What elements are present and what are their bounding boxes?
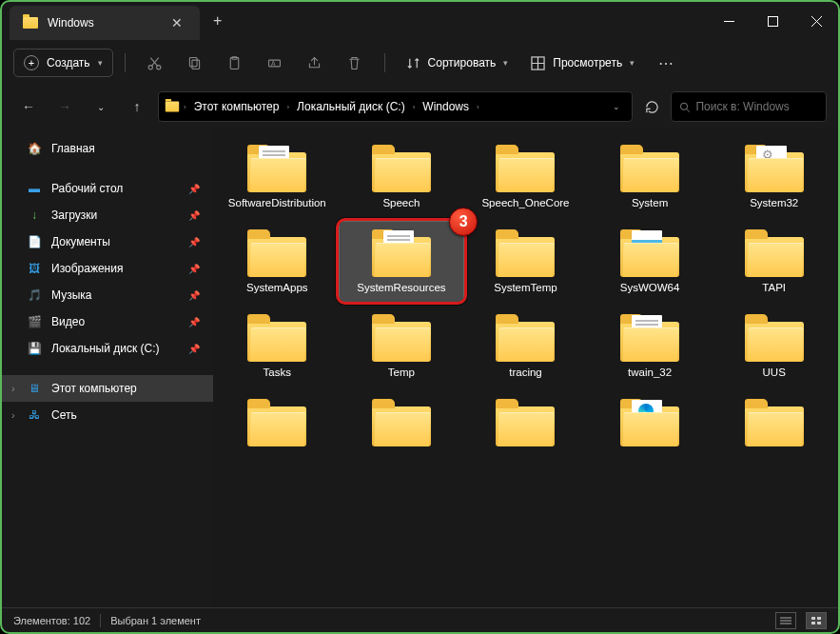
titlebar: Windows ✕ +	[2, 2, 838, 40]
svg-point-5	[157, 65, 161, 69]
folder-label: Tasks	[264, 366, 291, 380]
cut-icon[interactable]	[137, 46, 173, 80]
folder-icon	[496, 314, 555, 362]
chevron-icon[interactable]: ›	[411, 103, 418, 111]
folder-item[interactable]: SystemApps	[215, 222, 340, 303]
folder-icon	[247, 229, 306, 277]
path-cdrive[interactable]: Локальный диск (C:)	[293, 98, 409, 115]
copy-icon[interactable]	[177, 46, 213, 80]
folder-icon	[247, 145, 306, 192]
picture-icon: 🖼	[27, 261, 42, 276]
history-button[interactable]: ⌄	[86, 91, 116, 122]
sidebar-label: Музыка	[51, 288, 91, 302]
forward-button[interactable]: →	[49, 91, 80, 122]
svg-point-17	[680, 103, 687, 109]
folder-item[interactable]: SystemResources	[340, 222, 464, 303]
chevron-icon[interactable]: ›	[475, 103, 481, 111]
folder-icon	[496, 399, 555, 446]
folder-item[interactable]: System32	[712, 137, 836, 218]
separator	[100, 614, 101, 627]
folder-icon	[372, 399, 431, 446]
sidebar-desktop[interactable]: ▬Рабочий стол📌	[2, 175, 213, 202]
path-thispc[interactable]: Этот компьютер	[190, 98, 283, 115]
status-selected: Выбран 1 элемент	[110, 615, 201, 626]
folder-item[interactable]: Speech	[340, 137, 464, 218]
svg-line-18	[687, 109, 690, 111]
sidebar-documents[interactable]: 📄Документы📌	[2, 228, 213, 255]
folder-icon	[372, 145, 431, 192]
nav-row: ← → ⌄ ↑ › Этот компьютер › Локальный дис…	[2, 86, 838, 128]
window-controls	[707, 2, 838, 40]
close-tab-icon[interactable]: ✕	[167, 15, 186, 30]
folder-icon	[620, 399, 679, 446]
sort-icon	[406, 56, 420, 70]
folder-item[interactable]: System	[588, 137, 713, 218]
folder-label: UUS	[763, 366, 786, 380]
up-button[interactable]: ↑	[122, 91, 152, 122]
close-button[interactable]	[794, 2, 838, 40]
folder-icon	[745, 314, 804, 362]
sort-label: Сортировать	[428, 56, 497, 69]
svg-rect-1	[768, 16, 777, 26]
folder-item[interactable]	[588, 391, 713, 458]
sidebar-music[interactable]: 🎵Музыка📌	[2, 282, 213, 308]
folder-item[interactable]: twain_32	[588, 307, 713, 387]
maximize-button[interactable]	[751, 2, 794, 40]
sidebar-pictures[interactable]: 🖼Изображения📌	[2, 255, 213, 282]
svg-line-6	[152, 57, 159, 66]
create-button[interactable]: + Создать ▾	[13, 49, 113, 77]
more-button[interactable]: ⋯	[648, 46, 684, 80]
search-box[interactable]	[671, 91, 827, 122]
folder-icon	[745, 145, 804, 192]
search-icon	[679, 101, 690, 113]
folder-item[interactable]	[463, 391, 588, 458]
path-windows[interactable]: Windows	[419, 98, 473, 115]
sort-button[interactable]: Сортировать ▾	[397, 50, 518, 76]
share-icon[interactable]	[297, 46, 333, 80]
details-view-button[interactable]	[775, 612, 796, 629]
paste-icon[interactable]	[217, 46, 253, 80]
address-bar[interactable]: › Этот компьютер › Локальный диск (C:) ›…	[158, 91, 633, 122]
folder-label: twain_32	[628, 366, 672, 380]
folder-item[interactable]: Tasks	[215, 307, 340, 387]
folder-label: System32	[750, 196, 798, 210]
sidebar-home[interactable]: 🏠Главная	[2, 135, 213, 162]
pc-icon: 🖥	[27, 381, 42, 396]
folder-item[interactable]	[340, 391, 464, 458]
folder-item[interactable]: SoftwareDistribution	[215, 137, 340, 218]
rename-icon[interactable]: A	[257, 46, 293, 80]
folder-item[interactable]: tracing	[463, 307, 588, 387]
sidebar-network[interactable]: 🖧Сеть	[2, 402, 213, 428]
folder-item[interactable]: Temp	[340, 307, 464, 387]
body: 🏠Главная ▬Рабочий стол📌 ↓Загрузки📌 📄Доку…	[2, 128, 838, 607]
icons-view-button[interactable]	[806, 612, 827, 629]
folder-label: Temp	[388, 366, 415, 380]
folder-item[interactable]: SystemTemp	[463, 222, 588, 303]
tab-windows[interactable]: Windows ✕	[10, 6, 200, 40]
chevron-icon[interactable]: ›	[284, 103, 291, 111]
folder-item[interactable]: Speech_OneCore	[463, 137, 588, 218]
back-button[interactable]: ←	[13, 91, 44, 122]
sidebar-thispc[interactable]: 🖥Этот компьютер	[2, 375, 213, 402]
delete-icon[interactable]	[337, 46, 373, 80]
explorer-window: Windows ✕ + + Создать ▾ A Сортировать ▾	[2, 2, 838, 632]
folder-item[interactable]: SysWOW64	[588, 222, 713, 303]
chevron-icon[interactable]: ›	[182, 103, 188, 111]
folder-item[interactable]: UUS	[712, 307, 836, 387]
plus-icon: +	[24, 55, 39, 70]
view-button[interactable]: Просмотреть ▾	[521, 50, 644, 76]
refresh-button[interactable]	[638, 93, 665, 120]
folder-item[interactable]	[215, 391, 340, 458]
minimize-button[interactable]	[707, 2, 751, 40]
folder-item[interactable]: TAPI	[712, 222, 836, 303]
folder-icon	[620, 145, 679, 192]
tab-title: Windows	[48, 16, 158, 30]
sidebar-videos[interactable]: 🎬Видео📌	[2, 308, 213, 335]
content-area[interactable]: SoftwareDistributionSpeechSpeech_OneCore…	[213, 128, 838, 607]
new-tab-button[interactable]: +	[200, 12, 235, 30]
folder-item[interactable]	[712, 391, 836, 458]
sidebar-cdrive[interactable]: 💾Локальный диск (С:)📌	[2, 335, 213, 362]
path-dropdown[interactable]: ⌄	[607, 102, 626, 111]
sidebar-downloads[interactable]: ↓Загрузки📌	[2, 202, 213, 228]
search-input[interactable]	[695, 100, 818, 113]
